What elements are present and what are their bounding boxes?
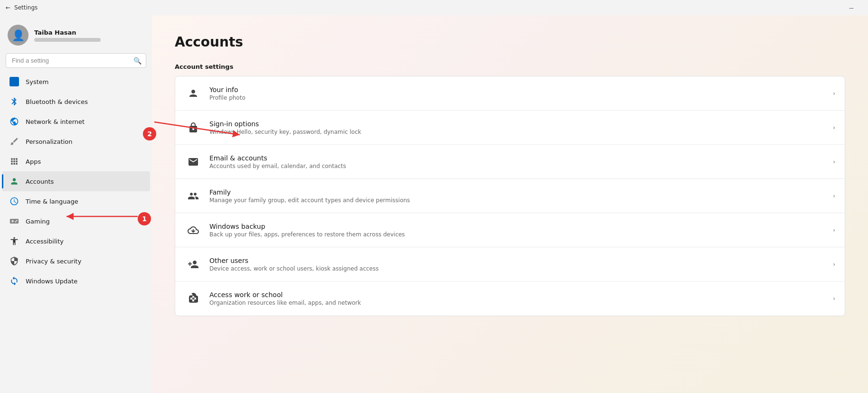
- sidebar-item-privacy[interactable]: Privacy & security: [2, 251, 150, 271]
- work-school-subtitle: Organization resources like email, apps,…: [209, 299, 825, 306]
- backup-subtitle: Back up your files, apps, preferences to…: [209, 231, 825, 238]
- user-profile[interactable]: 👤 Taiba Hasan: [0, 15, 152, 51]
- sidebar-item-gaming[interactable]: Gaming: [2, 211, 150, 231]
- other-users-text: Other users Device access, work or schoo…: [209, 257, 825, 272]
- chevron-icon: ›: [833, 261, 835, 268]
- settings-row-backup[interactable]: Windows backup Back up your files, apps,…: [175, 213, 845, 247]
- accounts-icon: [9, 177, 19, 186]
- user-info: Taiba Hasan: [34, 29, 101, 42]
- settings-row-family[interactable]: Family Manage your family group, edit ac…: [175, 179, 845, 213]
- avatar: 👤: [8, 25, 28, 46]
- signin-text: Sign-in options Windows Hello, security …: [209, 120, 825, 135]
- your-info-title: Your info: [209, 86, 825, 94]
- backup-text: Windows backup Back up your files, apps,…: [209, 223, 825, 238]
- sidebar-item-label: Time & language: [26, 198, 78, 205]
- user-name: Taiba Hasan: [34, 29, 101, 36]
- sidebar-item-label: Apps: [26, 158, 41, 165]
- sidebar-item-label: Gaming: [26, 218, 50, 225]
- chevron-icon: ›: [833, 124, 835, 131]
- system-icon: [9, 77, 19, 86]
- work-school-text: Access work or school Organization resou…: [209, 291, 825, 306]
- chevron-icon: ›: [833, 193, 835, 199]
- sidebar-item-label: Windows Update: [26, 278, 77, 285]
- update-icon: [9, 276, 19, 286]
- window-controls: —: [840, 0, 862, 15]
- sidebar-item-accounts[interactable]: Accounts: [2, 171, 150, 191]
- avatar-icon: 👤: [12, 29, 25, 41]
- page-title: Accounts: [175, 34, 845, 50]
- sidebar-item-apps[interactable]: Apps: [2, 151, 150, 171]
- title-bar: ← Settings —: [0, 0, 868, 15]
- sidebar-item-label: Personalization: [26, 138, 73, 145]
- signin-icon: [185, 119, 202, 136]
- backup-icon: [185, 222, 202, 239]
- app-body: 👤 Taiba Hasan 🔍 System Bluetooth & devic…: [0, 15, 868, 393]
- network-icon: [9, 117, 19, 126]
- chevron-icon: ›: [833, 227, 835, 234]
- other-users-title: Other users: [209, 257, 825, 264]
- sidebar-item-label: Accessibility: [26, 238, 64, 245]
- family-title: Family: [209, 188, 825, 196]
- email-title: Email & accounts: [209, 154, 825, 162]
- email-icon: [185, 153, 202, 170]
- sidebar-item-personalization[interactable]: Personalization: [2, 131, 150, 151]
- privacy-icon: [9, 256, 19, 266]
- work-school-icon: [185, 290, 202, 307]
- user-email-bar: [34, 38, 101, 42]
- sidebar-item-label: Privacy & security: [26, 258, 81, 265]
- sidebar-item-accessibility[interactable]: Accessibility: [2, 231, 150, 251]
- family-icon: [185, 187, 202, 205]
- sidebar-item-label: Bluetooth & devices: [26, 98, 88, 105]
- other-users-subtitle: Device access, work or school users, kio…: [209, 265, 825, 272]
- personalization-icon: [9, 137, 19, 146]
- sidebar-item-system[interactable]: System: [2, 72, 150, 92]
- your-info-subtitle: Profile photo: [209, 94, 825, 101]
- settings-row-other-users[interactable]: Other users Device access, work or schoo…: [175, 247, 845, 281]
- main-content: Accounts Account settings Your info Prof…: [152, 15, 868, 393]
- apps-icon: [9, 157, 19, 166]
- sidebar-item-label: Network & internet: [26, 118, 85, 125]
- title-bar-title: Settings: [14, 4, 38, 11]
- time-icon: [9, 196, 19, 206]
- sidebar-item-update[interactable]: Windows Update: [2, 271, 150, 291]
- other-users-icon: [185, 256, 202, 273]
- search-input[interactable]: [6, 53, 146, 68]
- sidebar-item-time[interactable]: Time & language: [2, 191, 150, 211]
- settings-row-signin[interactable]: Sign-in options Windows Hello, security …: [175, 111, 845, 145]
- sidebar-item-label: Accounts: [26, 178, 54, 185]
- sidebar-item-label: System: [26, 78, 48, 85]
- settings-list: Your info Profile photo › Sign-in option…: [175, 76, 845, 316]
- backup-title: Windows backup: [209, 223, 825, 230]
- email-subtitle: Accounts used by email, calendar, and co…: [209, 163, 825, 169]
- chevron-icon: ›: [833, 295, 835, 302]
- chevron-icon: ›: [833, 159, 835, 165]
- minimize-button[interactable]: —: [840, 0, 862, 15]
- settings-row-email[interactable]: Email & accounts Accounts used by email,…: [175, 145, 845, 179]
- search-box: 🔍: [6, 53, 146, 68]
- sidebar-item-network[interactable]: Network & internet: [2, 112, 150, 131]
- gaming-icon: [9, 216, 19, 226]
- family-subtitle: Manage your family group, edit account t…: [209, 197, 825, 204]
- work-school-title: Access work or school: [209, 291, 825, 299]
- your-info-text: Your info Profile photo: [209, 86, 825, 101]
- sidebar: 👤 Taiba Hasan 🔍 System Bluetooth & devic…: [0, 15, 152, 393]
- signin-title: Sign-in options: [209, 120, 825, 128]
- section-label: Account settings: [175, 63, 845, 70]
- sidebar-item-bluetooth[interactable]: Bluetooth & devices: [2, 92, 150, 112]
- accessibility-icon: [9, 236, 19, 246]
- settings-row-work-school[interactable]: Access work or school Organization resou…: [175, 281, 845, 316]
- your-info-icon: [185, 85, 202, 102]
- family-text: Family Manage your family group, edit ac…: [209, 188, 825, 204]
- chevron-icon: ›: [833, 90, 835, 97]
- bluetooth-icon: [9, 97, 19, 106]
- signin-subtitle: Windows Hello, security key, password, d…: [209, 129, 825, 135]
- email-text: Email & accounts Accounts used by email,…: [209, 154, 825, 169]
- back-button[interactable]: ←: [6, 4, 10, 11]
- settings-row-your-info[interactable]: Your info Profile photo ›: [175, 76, 845, 111]
